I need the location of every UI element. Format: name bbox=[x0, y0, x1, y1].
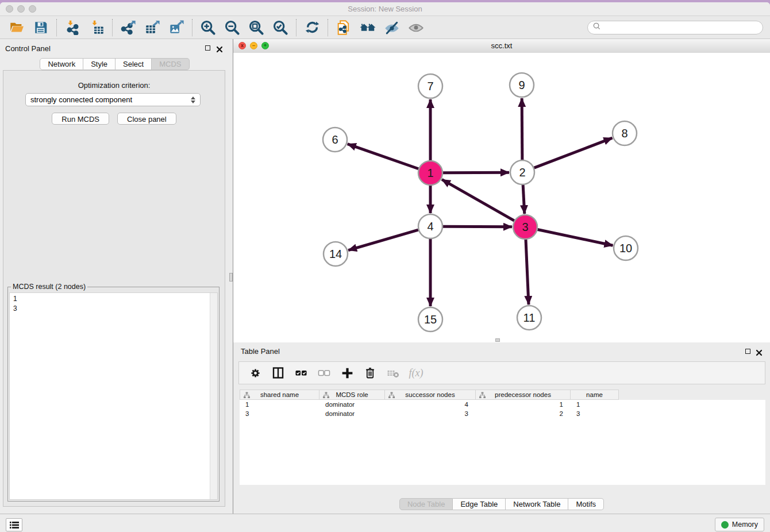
criterion-dropdown[interactable]: strongly connected component bbox=[25, 93, 201, 106]
mcds-result-title: MCDS result (2 nodes) bbox=[11, 283, 87, 291]
graph-node-6[interactable]: 6 bbox=[323, 128, 347, 152]
network-graph[interactable]: 7968124314101511 bbox=[233, 53, 770, 342]
import-table-icon[interactable] bbox=[88, 19, 105, 36]
mcds-panel: Optimization criterion: strongly connect… bbox=[3, 70, 225, 507]
graph-node-10[interactable]: 10 bbox=[614, 236, 638, 260]
svg-text:9: 9 bbox=[518, 79, 525, 91]
gear-icon[interactable] bbox=[247, 365, 263, 381]
column-header-successor-nodes[interactable]: successor nodes bbox=[385, 390, 476, 400]
zoom-fit-icon[interactable] bbox=[248, 19, 265, 36]
tab-select[interactable]: Select bbox=[116, 58, 152, 70]
close-table-panel-icon[interactable] bbox=[756, 348, 763, 355]
function-builder-icon: f(x) bbox=[408, 365, 424, 381]
svg-text:1: 1 bbox=[427, 167, 433, 179]
search-input[interactable] bbox=[604, 23, 758, 32]
table-row[interactable]: 1dominator411 bbox=[240, 400, 765, 409]
float-table-panel-icon[interactable] bbox=[745, 349, 750, 354]
splitter-handle[interactable] bbox=[229, 273, 233, 282]
tab-network-table[interactable]: Network Table bbox=[506, 498, 568, 510]
graph-edge-1-2[interactable] bbox=[443, 172, 509, 173]
network-file-icon[interactable] bbox=[335, 19, 352, 36]
graph-edge-2-9[interactable] bbox=[522, 98, 522, 160]
svg-text:15: 15 bbox=[424, 313, 437, 326]
table-row[interactable]: 3dominator323 bbox=[240, 409, 765, 418]
network-canvas[interactable]: 7968124314101511 bbox=[233, 53, 770, 342]
graph-node-9[interactable]: 9 bbox=[510, 73, 534, 97]
svg-text:3: 3 bbox=[522, 221, 528, 233]
column-header-MCDS-role[interactable]: MCDS role bbox=[319, 390, 385, 400]
tab-edge-table[interactable]: Edge Table bbox=[453, 498, 506, 510]
eye-icon[interactable] bbox=[407, 19, 425, 36]
window-titlebar: Session: New Session bbox=[0, 2, 770, 16]
mcds-result-area[interactable]: 1 3 bbox=[9, 292, 218, 500]
tab-style[interactable]: Style bbox=[83, 58, 116, 70]
graph-edge-2-8[interactable] bbox=[534, 138, 613, 168]
network-window-titlebar[interactable]: x – + scc.txt bbox=[233, 39, 770, 53]
mcds-result-box: MCDS result (2 nodes) 1 3 bbox=[7, 287, 220, 502]
column-header-predecessor-nodes[interactable]: predecessor nodes bbox=[476, 390, 571, 400]
graph-edge-3-10[interactable] bbox=[538, 230, 613, 246]
select-all-icon[interactable] bbox=[293, 365, 309, 381]
svg-text:4: 4 bbox=[427, 220, 433, 233]
hide-eye-icon[interactable] bbox=[383, 19, 401, 36]
graph-node-4[interactable]: 4 bbox=[418, 214, 442, 238]
zoom-in-icon[interactable] bbox=[199, 19, 217, 36]
graph-node-8[interactable]: 8 bbox=[613, 121, 637, 145]
result-scrollbar[interactable] bbox=[210, 293, 217, 499]
column-header-shared-name[interactable]: shared name bbox=[240, 390, 319, 400]
toolbar-separator bbox=[56, 19, 57, 36]
deselect-all-icon[interactable] bbox=[316, 365, 332, 381]
float-panel-icon[interactable] bbox=[205, 45, 210, 51]
export-image-icon[interactable] bbox=[168, 19, 185, 36]
add-icon[interactable] bbox=[339, 365, 355, 381]
graph-node-14[interactable]: 14 bbox=[324, 242, 348, 266]
graph-edge-3-1[interactable] bbox=[442, 179, 514, 221]
vertical-splitter[interactable] bbox=[229, 39, 233, 514]
graph-node-1[interactable]: 1 bbox=[418, 161, 442, 185]
graph-edge-4-14[interactable] bbox=[348, 230, 418, 250]
homes-icon[interactable] bbox=[359, 19, 376, 36]
network-window: x – + scc.txt 7968124314101511 bbox=[233, 39, 770, 342]
graph-node-2[interactable]: 2 bbox=[510, 160, 534, 184]
graph-edge-1-6[interactable] bbox=[348, 144, 419, 169]
refresh-icon[interactable] bbox=[303, 19, 321, 36]
sort-tree-icon bbox=[479, 392, 486, 400]
control-panel: Control Panel NetworkStyleSelectMCDS Opt… bbox=[0, 39, 229, 514]
app-window: Session: New Session Control Panel bbox=[0, 2, 770, 532]
export-table-icon[interactable] bbox=[144, 19, 161, 36]
graph-edge-4-3[interactable] bbox=[443, 226, 512, 227]
task-history-button[interactable] bbox=[6, 518, 22, 531]
tab-node-table[interactable]: Node Table bbox=[399, 498, 453, 510]
save-icon[interactable] bbox=[32, 19, 49, 36]
zoom-selected-icon[interactable] bbox=[272, 19, 289, 36]
graph-node-3[interactable]: 3 bbox=[513, 215, 537, 239]
graph-edge-2-3[interactable] bbox=[523, 185, 525, 214]
import-network-icon[interactable] bbox=[64, 19, 81, 36]
memory-button[interactable]: Memory bbox=[715, 518, 764, 531]
screen: Session: New Session Control Panel bbox=[0, 0, 770, 532]
tab-network[interactable]: Network bbox=[40, 58, 83, 70]
columns-icon[interactable] bbox=[270, 365, 286, 381]
toolbar-separator bbox=[296, 19, 297, 36]
graph-node-7[interactable]: 7 bbox=[418, 74, 442, 98]
graph-node-15[interactable]: 15 bbox=[418, 307, 442, 331]
close-panel-button[interactable]: Close panel bbox=[117, 113, 176, 125]
zoom-out-icon[interactable] bbox=[224, 19, 241, 36]
search-box[interactable] bbox=[587, 21, 763, 34]
graph-node-11[interactable]: 11 bbox=[517, 306, 541, 330]
svg-text:14: 14 bbox=[329, 248, 342, 260]
graph-edge-3-11[interactable] bbox=[526, 240, 529, 304]
tab-mcds[interactable]: MCDS bbox=[152, 58, 189, 70]
close-panel-icon[interactable] bbox=[216, 45, 223, 52]
criterion-dropdown-value: strongly connected component bbox=[30, 95, 191, 104]
optimization-criterion-label: Optimization criterion: bbox=[3, 81, 225, 90]
open-folder-icon[interactable] bbox=[8, 19, 25, 36]
delete-table-icon bbox=[385, 365, 401, 381]
tab-motifs[interactable]: Motifs bbox=[568, 498, 604, 510]
export-network-icon[interactable] bbox=[120, 19, 137, 36]
delete-icon[interactable] bbox=[362, 365, 378, 381]
column-header-name[interactable]: name bbox=[571, 390, 619, 400]
run-mcds-button[interactable]: Run MCDS bbox=[52, 113, 109, 125]
sort-tree-icon bbox=[388, 392, 395, 400]
network-hscroll-handle[interactable] bbox=[495, 338, 500, 342]
